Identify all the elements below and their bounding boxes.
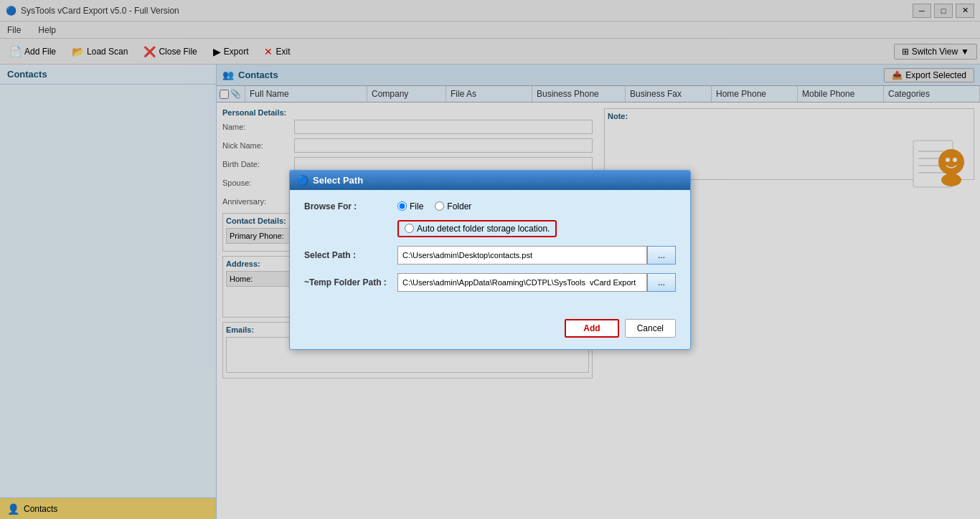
temp-folder-browse-button[interactable]: ... bbox=[647, 273, 676, 292]
auto-detect-radio[interactable] bbox=[405, 224, 414, 233]
select-path-row: Select Path : ... bbox=[304, 246, 676, 265]
browse-for-label: Browse For : bbox=[304, 201, 397, 211]
temp-folder-row: ~Temp Folder Path : ... bbox=[304, 273, 676, 292]
temp-folder-input[interactable] bbox=[397, 273, 647, 292]
add-button[interactable]: Add bbox=[565, 319, 618, 338]
folder-radio-label: Folder bbox=[447, 201, 471, 211]
file-radio[interactable] bbox=[397, 201, 407, 211]
browse-for-row: Browse For : File Folder bbox=[304, 201, 676, 211]
dialog-title-bar: 🔵 Select Path bbox=[290, 171, 690, 190]
cancel-button[interactable]: Cancel bbox=[625, 319, 676, 338]
temp-folder-label: ~Temp Folder Path : bbox=[304, 277, 397, 287]
select-path-label: Select Path : bbox=[304, 250, 397, 260]
dialog-title: Select Path bbox=[313, 175, 363, 186]
file-radio-option[interactable]: File bbox=[397, 201, 423, 211]
folder-radio-option[interactable]: Folder bbox=[435, 201, 471, 211]
select-path-dialog: 🔵 Select Path Browse For : File Folder bbox=[289, 170, 691, 350]
select-path-browse-button[interactable]: ... bbox=[647, 246, 676, 265]
browse-for-options: File Folder bbox=[397, 201, 471, 211]
dialog-icon: 🔵 bbox=[297, 175, 308, 186]
auto-detect-label: Auto detect folder storage location. bbox=[417, 224, 550, 234]
dialog-body: Browse For : File Folder Auto detect fol… bbox=[290, 190, 690, 312]
file-radio-label: File bbox=[410, 201, 423, 211]
auto-detect-box[interactable]: Auto detect folder storage location. bbox=[397, 220, 557, 237]
folder-radio[interactable] bbox=[435, 201, 444, 211]
select-path-input[interactable] bbox=[397, 246, 647, 265]
dialog-buttons: Add Cancel bbox=[290, 312, 690, 349]
dialog-overlay: 🔵 Select Path Browse For : File Folder bbox=[0, 0, 980, 519]
